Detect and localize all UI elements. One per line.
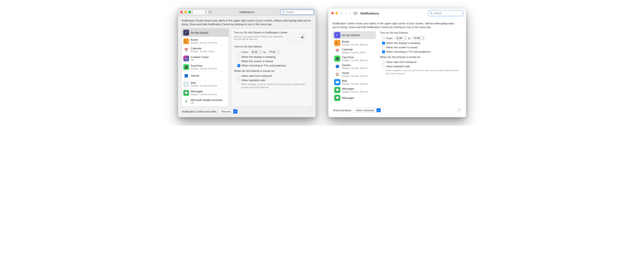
sidebar-item-sub: Off <box>191 59 208 62</box>
previews-value: when unlocked <box>354 109 376 112</box>
back-button[interactable]: ‹ <box>345 11 346 15</box>
help-button[interactable]: ? <box>308 110 312 114</box>
to-time-input[interactable] <box>412 36 422 40</box>
app-icon: 🎥 <box>183 64 189 70</box>
lock-checkbox[interactable] <box>382 46 385 49</box>
app-list[interactable]: ☾Do Not Disturb📙BooksBadges, Sounds, Ban… <box>182 28 229 107</box>
from-time-field[interactable]: ▲▼ <box>250 50 262 54</box>
from-label: From: <box>386 37 393 40</box>
sidebar-item-label: Games <box>191 74 200 78</box>
app-icon: 📙 <box>334 40 340 46</box>
sidebar-item[interactable]: 🎥FaceTimeBadges, Sounds, Banners <box>332 55 376 62</box>
previews-label: Show previews: <box>333 109 352 112</box>
back-button[interactable]: ‹ <box>193 10 199 14</box>
sidebar-item[interactable]: 💬MessagesBadges, Sounds, Banners <box>332 86 376 94</box>
show-all-button[interactable] <box>353 11 358 16</box>
sidebar-item[interactable]: 💬Messages <box>332 94 376 102</box>
sidebar-item[interactable]: ☾Do Not Disturb <box>182 28 229 37</box>
sidebar-item[interactable]: 💬MessagesBadges, Sounds, Banners <box>182 88 229 97</box>
search-field[interactable]: 🔍 <box>280 10 314 14</box>
sidebar-item[interactable]: 📅CalendarBadges, Sounds, Alerts <box>332 47 376 55</box>
stepper-icon[interactable]: ▲▼ <box>277 50 280 54</box>
sidebar-item-label: Mail <box>342 79 368 82</box>
calls-checkbox[interactable] <box>382 61 385 64</box>
from-checkbox[interactable] <box>237 50 240 54</box>
sidebar-item[interactable]: ⬇Microsoft Update AssistantOff <box>182 97 229 106</box>
sidebar-item[interactable]: 🎥FaceTimeBadges, Sounds, Banners <box>182 63 229 72</box>
sidebar-item[interactable]: 🏠HomeBadges, Sounds, Banners <box>332 70 376 78</box>
close-button[interactable] <box>331 12 334 14</box>
from-checkbox[interactable] <box>382 37 385 40</box>
sidebar-item-sub: Badges, Sounds, Banners <box>191 67 217 70</box>
repeat-checkbox[interactable] <box>382 65 385 68</box>
sidebar-item-sub: Off <box>191 102 222 104</box>
sidebar-item-label: Calendar <box>342 48 366 51</box>
window-title: Notifications <box>360 12 379 15</box>
nav-group: ‹ › <box>345 11 350 15</box>
window-catalina: ‹ › Notifications 🔍 Notification Centre … <box>178 8 316 117</box>
lock-checkbox[interactable] <box>237 60 240 63</box>
opt-mirror: When mirroring to TVs and projectors <box>386 50 431 53</box>
moon-icon: ☾ <box>289 36 290 38</box>
sidebar-item[interactable]: 📅CalendarBadges, Sounds, Alerts <box>182 46 229 54</box>
opt-repeat: Allow repeated calls <box>386 65 410 68</box>
stepper-icon[interactable]: ▲▼ <box>422 36 424 40</box>
sidebar-item-sub: Badges, Sounds, Banners <box>342 75 368 78</box>
app-icon: ☾ <box>183 30 189 36</box>
help-button[interactable]: ? <box>457 108 461 112</box>
search-field[interactable]: 🔍 <box>428 10 463 16</box>
to-time-field[interactable]: ▲▼ <box>268 50 280 54</box>
zoom-button[interactable] <box>188 11 191 14</box>
sidebar-item[interactable]: 🟦Games <box>182 72 229 80</box>
traffic-lights <box>180 11 191 14</box>
search-input[interactable] <box>286 10 312 14</box>
repeat-checkbox[interactable] <box>237 79 240 82</box>
sidebar-item[interactable]: ∞Creative CloudOff <box>182 54 229 63</box>
opt-sleep: When the display is sleeping <box>386 42 420 44</box>
sidebar-item[interactable]: 📙BooksBadges, Sounds, Banners <box>332 39 376 47</box>
show-all-button[interactable] <box>207 10 214 14</box>
sleep-checkbox[interactable] <box>237 56 240 58</box>
app-icon: 📙 <box>183 38 189 44</box>
sidebar-item-sub: Badges, Sounds, Banners <box>191 84 217 87</box>
forward-button[interactable]: › <box>199 10 205 14</box>
sidebar-item-label: Do Not Disturb <box>191 31 208 34</box>
zoom-button[interactable] <box>340 12 342 14</box>
sleep-checkbox[interactable] <box>382 42 385 44</box>
search-input[interactable] <box>434 12 462 15</box>
close-button[interactable] <box>180 11 183 14</box>
detail-pane: Turn on Do Not Disturb: From: ▲▼ to: ▲▼ … <box>378 31 462 106</box>
opt-sleep: When the display is sleeping <box>242 55 276 58</box>
previews-select[interactable]: when unlocked ▴▾ <box>354 108 381 112</box>
from-time-input[interactable] <box>250 50 259 54</box>
sidebar-item[interactable]: ✉️MailBadges, Sounds, Banners <box>332 78 376 86</box>
sidebar-item-sub: Badges, Sounds, Banners <box>191 93 217 96</box>
nav-group: ‹ › <box>193 10 205 15</box>
sort-order-value: Recents <box>219 110 233 113</box>
minimize-button[interactable] <box>184 11 187 14</box>
app-icon: 🔵 <box>334 63 340 70</box>
mirror-checkbox[interactable] <box>237 64 240 67</box>
calls-checkbox[interactable] <box>237 74 240 78</box>
stepper-icon[interactable]: ▲▼ <box>259 50 262 54</box>
mirror-checkbox[interactable] <box>382 50 385 53</box>
stepper-icon[interactable]: ▲▼ <box>404 36 407 40</box>
from-time-input[interactable] <box>395 36 404 40</box>
to-time-field[interactable]: ▲▼ <box>412 36 424 40</box>
sidebar-item[interactable]: 📙BooksBadges, Sounds, Banners <box>182 37 229 46</box>
section-turn-on: Turn on Do Not Disturb: <box>234 45 309 48</box>
sidebar-item[interactable]: ☾Do Not Disturb <box>332 31 376 39</box>
sidebar-item-label: Home <box>342 72 368 75</box>
from-time-field[interactable]: ▲▼ <box>394 36 407 40</box>
sidebar-item[interactable]: 🔵GamesBadges, Sounds, Banners <box>332 62 376 70</box>
to-time-input[interactable] <box>268 50 277 54</box>
forward-button[interactable]: › <box>349 11 350 15</box>
detail-pane: Turn on Do Not Disturb in Notification C… <box>231 28 312 107</box>
to-label: to: <box>408 37 411 40</box>
repeat-note: When enabled, a second call from the sam… <box>380 68 461 75</box>
minimize-button[interactable] <box>336 12 338 14</box>
app-list[interactable]: ☾Do Not Disturb📙BooksBadges, Sounds, Ban… <box>332 31 376 106</box>
sidebar-item[interactable]: ✉️MailBadges, Sounds, Banners <box>182 80 229 89</box>
sort-order-select[interactable]: Recents ▴▾ <box>219 109 238 114</box>
sidebar-item-sub: Badges, Sounds, Banners <box>342 67 368 70</box>
